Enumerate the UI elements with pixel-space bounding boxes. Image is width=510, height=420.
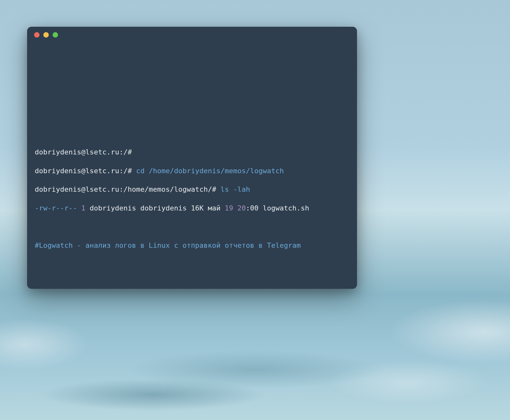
- file-permissions: -rw-r--r--: [35, 204, 81, 212]
- blank-line: [35, 222, 349, 231]
- terminal-window: dobriydenis@lsetc.ru:/# dobriydenis@lset…: [27, 27, 357, 289]
- titlebar: [27, 27, 357, 43]
- terminal-line: dobriydenis@lsetc.ru:/#: [35, 147, 349, 157]
- command: cd /home/dobriydenis/memos/logwatch: [136, 167, 284, 175]
- comment-text: #Logwatch - анализ логов в Linux с отпра…: [35, 241, 301, 249]
- file-day: 19: [225, 204, 233, 212]
- spacer: [233, 204, 237, 212]
- terminal-line: dobriydenis@lsetc.ru:/# cd /home/dobriyd…: [35, 166, 349, 175]
- file-owner-info: dobriydenis dobriydenis 16K май: [90, 204, 225, 212]
- file-name: :00 logwatch.sh: [246, 204, 309, 212]
- file-links: 1: [81, 204, 85, 212]
- terminal-line: -rw-r--r-- 1 dobriydenis dobriydenis 16K…: [35, 203, 349, 213]
- terminal-line: dobriydenis@lsetc.ru:/home/memos/logwatc…: [35, 185, 349, 194]
- prompt: dobriydenis@lsetc.ru:/#: [35, 148, 132, 156]
- maximize-icon[interactable]: [53, 32, 58, 38]
- minimize-icon[interactable]: [43, 32, 49, 38]
- terminal-line: #Logwatch - анализ логов в Linux с отпра…: [35, 241, 349, 250]
- close-icon[interactable]: [34, 32, 40, 38]
- prompt: dobriydenis@lsetc.ru:/#: [35, 167, 136, 175]
- spacer: [85, 204, 90, 212]
- command: ls -lah: [221, 185, 250, 193]
- prompt: dobriydenis@lsetc.ru:/home/memos/logwatc…: [35, 185, 221, 193]
- file-hour: 20: [237, 204, 246, 212]
- terminal-output[interactable]: dobriydenis@lsetc.ru:/# dobriydenis@lset…: [27, 138, 357, 268]
